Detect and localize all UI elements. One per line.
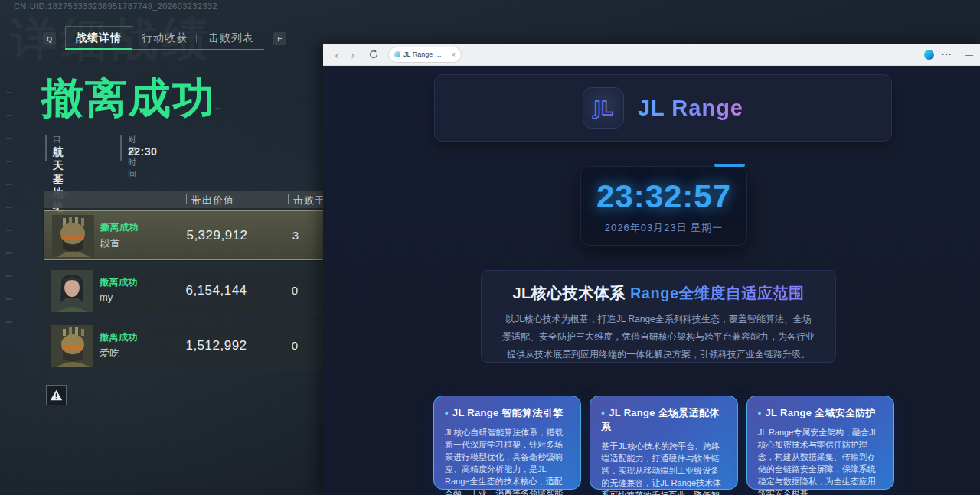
svg-text:JL: JL [592, 97, 612, 119]
jl-logo: JL [583, 87, 624, 129]
result-title: 撤离成功 [41, 70, 216, 127]
warning-icon [50, 389, 63, 401]
minimize-icon[interactable]: — [965, 50, 973, 59]
section-title-main: JL核心技术体系 [512, 285, 625, 301]
clock-date: 2026年03月23日 星期一 [581, 221, 746, 235]
tab-label: 击败列表 [208, 31, 254, 45]
extract-value: 1,512,992 [157, 338, 276, 353]
match-time-value: 22:30 [128, 145, 157, 158]
kill-count: 0 [276, 284, 314, 297]
avatar [52, 215, 94, 257]
browser-tab[interactable]: JL Range 智领科技新... × [388, 47, 462, 63]
feature-card-title: •JL Range 智能算法引擎 [445, 406, 570, 420]
tab-bar-line [132, 49, 264, 50]
player-name: 爱吃 [100, 347, 119, 360]
player-name: 段首 [100, 236, 120, 250]
section-body: 以JL核心技术为根基，打造JL Range全系列科技生态，覆盖智能算法、全场景适… [501, 311, 815, 363]
feature-cards-row: •JL Range 智能算法引擎 JL核心自研智能算法体系，搭载新一代深度学习框… [433, 396, 894, 490]
active-tab-underline [65, 48, 132, 50]
tab-battle-details[interactable]: 战绩详情 [65, 26, 132, 50]
player-name: my [100, 291, 113, 303]
reload-button[interactable] [367, 47, 381, 61]
clock-card: 23:32:57 2026年03月23日 星期一 [580, 166, 747, 246]
hotkey-e-badge: E [273, 32, 286, 45]
bullet-icon: • [758, 407, 762, 418]
browser-window: ‹ › JL Range 智领科技新... × ··· — [323, 44, 980, 495]
tab-kill-list[interactable]: 击败列表 [208, 31, 254, 45]
feature-card-algorithm: •JL Range 智能算法引擎 JL核心自研智能算法体系，搭载新一代深度学习框… [433, 396, 581, 490]
jl-range-page: JL JL Range 23:32:57 2026年03月23日 星期一 JL核… [323, 66, 980, 495]
brand-title: JL Range [638, 96, 743, 121]
avatar [51, 270, 93, 312]
tab-label: 行动收获 [142, 31, 188, 45]
tab-action-rewards[interactable]: 行动收获 [142, 31, 188, 45]
report-warning-button[interactable] [46, 385, 67, 405]
extract-value: 5,329,912 [158, 228, 276, 243]
section-title: JL核心技术体系 Range全维度自适应范围 [482, 283, 835, 304]
feature-card-security: •JL Range 全域安全防护 JL Range专属安全架构，融合JL核心加密… [746, 396, 894, 490]
tab-label: 战绩详情 [76, 31, 122, 45]
feature-card-body: JL Range专属安全架构，融合JL核心加密技术与零信任防护理念，构建从数据采… [758, 426, 883, 495]
row-status: 撤离成功 [100, 331, 138, 344]
hotkey-q-badge: Q [43, 32, 56, 45]
tab-title: JL Range 智领科技新... [403, 50, 448, 60]
feature-card-body: JL核心自研智能算法体系，搭载新一代深度学习框架，针对多场景进行模型优化，具备毫… [445, 426, 570, 495]
edge-logo-icon[interactable] [924, 50, 934, 60]
row-status: 撤离成功 [100, 276, 138, 289]
close-tab-icon[interactable]: × [451, 50, 456, 59]
intro-section-card: JL核心技术体系 Range全维度自适应范围 以JL核心技术为根基，打造JL R… [481, 270, 836, 363]
col-value-header: 带出价值 [191, 194, 234, 207]
bullet-icon: • [601, 407, 605, 418]
decorative-ruler [6, 92, 12, 337]
extract-value: 6,154,144 [157, 283, 276, 298]
section-title-accent: Range全维度自适应范围 [630, 285, 805, 301]
favicon [394, 51, 400, 57]
kill-count: 0 [276, 339, 314, 352]
screen: CN·UID:182753333236951787749_20260323233… [0, 0, 980, 495]
info-divider [120, 135, 122, 161]
feature-card-title: •JL Range 全场景适配体系 [601, 406, 726, 434]
more-menu-icon[interactable]: ··· [942, 50, 952, 59]
info-divider [45, 135, 47, 161]
row-status: 撤离成功 [100, 221, 139, 234]
reload-icon [369, 50, 378, 59]
browser-toolbar: ‹ › JL Range 智领科技新... × ··· — [323, 44, 980, 66]
forward-button[interactable]: › [346, 47, 360, 61]
feature-card-body: 基于JL核心技术的跨平台、跨终端适配能力，打通硬件与软件链路，实现从移动端到工业… [601, 440, 726, 495]
brand-header-card: JL JL Range [434, 74, 892, 142]
feature-card-title: •JL Range 全域安全防护 [758, 406, 883, 420]
header-tick [288, 194, 289, 204]
kill-count: 3 [276, 229, 315, 242]
bullet-icon: • [445, 407, 449, 418]
clock-accent-bar [714, 164, 745, 167]
feature-card-adaptation: •JL Range 全场景适配体系 基于JL核心技术的跨平台、跨终端适配能力，打… [590, 396, 737, 490]
clock-time: 23:32:57 [581, 178, 746, 215]
back-button[interactable]: ‹ [330, 47, 344, 61]
header-tick [186, 194, 187, 204]
toolbar-divider [959, 49, 959, 60]
avatar [51, 325, 93, 367]
tab-separator [196, 34, 197, 43]
